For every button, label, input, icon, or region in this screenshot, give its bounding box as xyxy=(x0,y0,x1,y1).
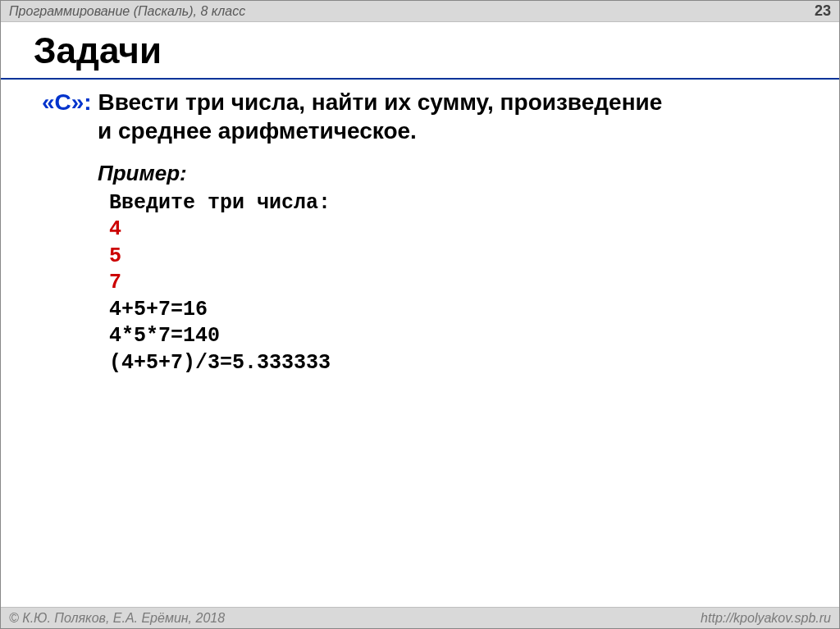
task-text-1: Ввести три числа, найти их сумму, произв… xyxy=(92,89,663,115)
task-line-1: «С»: Ввести три числа, найти их сумму, п… xyxy=(42,88,806,116)
code-output-2: 4*5*7=140 xyxy=(109,324,220,348)
page-title: Задачи xyxy=(34,30,162,71)
example-label: Пример: xyxy=(98,160,806,187)
code-output-1: 4+5+7=16 xyxy=(109,298,208,321)
header-bar: Программирование (Паскаль), 8 класс 23 xyxy=(1,1,839,22)
title-divider xyxy=(1,78,839,80)
slide: Программирование (Паскаль), 8 класс 23 З… xyxy=(0,0,840,629)
footer-copyright: © К.Ю. Поляков, Е.А. Ерёмин, 2018 xyxy=(9,611,225,626)
footer-bar: © К.Ю. Поляков, Е.А. Ерёмин, 2018 http:/… xyxy=(1,607,839,628)
content-area: «С»: Ввести три числа, найти их сумму, п… xyxy=(42,88,806,376)
course-title: Программирование (Паскаль), 8 класс xyxy=(9,4,245,19)
page-number: 23 xyxy=(815,2,831,20)
code-input-3: 7 xyxy=(109,271,121,294)
example-block: Пример: Введите три числа: 4 5 7 4+5+7=1… xyxy=(42,160,806,376)
task-level-label: «С»: xyxy=(42,89,92,115)
code-block: Введите три числа: 4 5 7 4+5+7=16 4*5*7=… xyxy=(98,190,806,377)
code-output-3: (4+5+7)/3=5.333333 xyxy=(109,351,331,375)
task-line-2: и среднее арифметическое. xyxy=(42,116,806,145)
code-prompt: Введите три числа: xyxy=(109,191,331,215)
footer-url: http://kpolyakov.spb.ru xyxy=(701,611,831,626)
code-input-2: 5 xyxy=(109,244,121,268)
code-input-1: 4 xyxy=(109,217,121,241)
